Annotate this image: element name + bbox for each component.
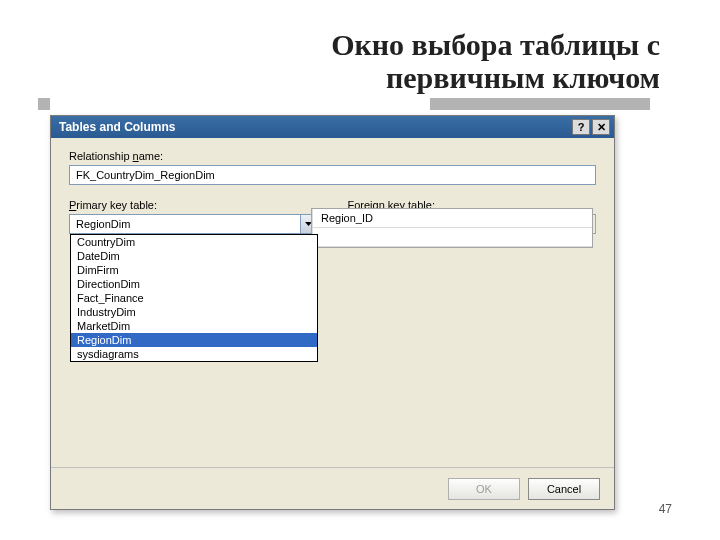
dropdown-option[interactable]: sysdiagrams (71, 347, 317, 361)
label-part: rimary key table: (76, 199, 157, 211)
dropdown-option[interactable]: CountryDim (71, 235, 317, 249)
primary-key-combobox-input[interactable] (70, 215, 300, 233)
relationship-name-label: Relationship name: (69, 150, 596, 162)
dropdown-option[interactable]: MarketDim (71, 319, 317, 333)
primary-key-column: Primary key table: CountryDimDateDimDimF… (69, 199, 318, 234)
dialog-title: Tables and Columns (59, 120, 175, 134)
decorative-square (38, 98, 50, 110)
dialog-titlebar: Tables and Columns ? ✕ (51, 116, 614, 138)
tables-and-columns-dialog: Tables and Columns ? ✕ Relationship name… (50, 115, 615, 510)
dropdown-option[interactable]: DirectionDim (71, 277, 317, 291)
dialog-footer: OK Cancel (51, 467, 614, 509)
dropdown-option[interactable]: DateDim (71, 249, 317, 263)
primary-key-label: Primary key table: (69, 199, 318, 211)
relationship-name-input[interactable] (69, 165, 596, 185)
ok-button[interactable]: OK (448, 478, 520, 500)
cancel-button[interactable]: Cancel (528, 478, 600, 500)
foreign-key-columns-grid: Region_ID (311, 208, 593, 248)
label-part: ame: (139, 150, 163, 162)
close-button[interactable]: ✕ (592, 119, 610, 135)
page-number: 47 (659, 502, 672, 516)
primary-key-combobox[interactable]: CountryDimDateDimDimFirmDirectionDimFact… (69, 214, 318, 234)
dialog-body: Relationship name: Primary key table: Co… (51, 138, 614, 244)
fk-column-cell-empty[interactable] (312, 228, 592, 247)
help-button[interactable]: ? (572, 119, 590, 135)
label-part: Relationship (69, 150, 133, 162)
fk-column-cell[interactable]: Region_ID (312, 209, 592, 228)
dropdown-option[interactable]: RegionDim (71, 333, 317, 347)
dropdown-option[interactable]: DimFirm (71, 263, 317, 277)
decorative-bar (430, 98, 650, 110)
dropdown-option[interactable]: IndustryDim (71, 305, 317, 319)
primary-key-dropdown-list[interactable]: CountryDimDateDimDimFirmDirectionDimFact… (70, 234, 318, 362)
slide-title: Окно выбора таблицы с первичным ключом (200, 28, 660, 94)
dropdown-option[interactable]: Fact_Finance (71, 291, 317, 305)
